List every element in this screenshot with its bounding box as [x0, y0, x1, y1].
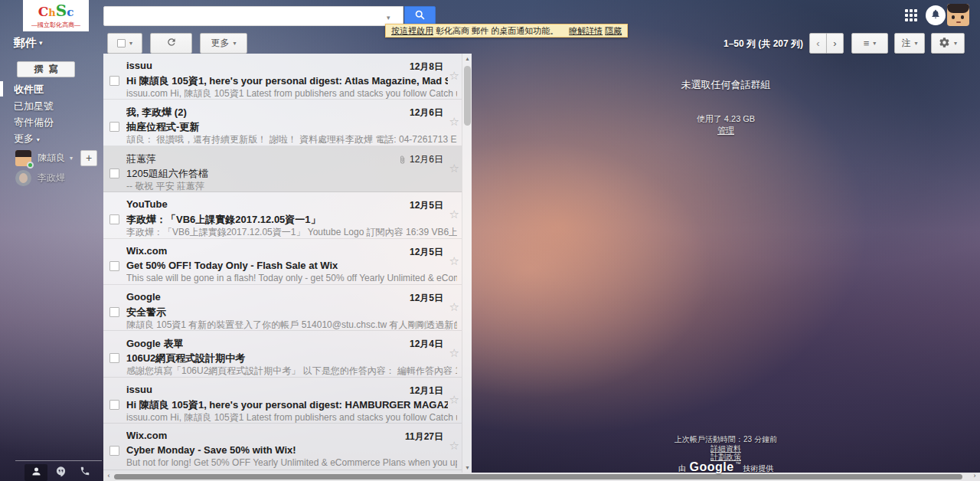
learn-more-link[interactable]: 瞭解詳情	[569, 26, 603, 35]
manage-storage-link[interactable]: 管理	[717, 126, 734, 135]
select-all-button[interactable]: ▾	[107, 33, 142, 54]
school-logo: ChSc —國立彰化高商—	[23, 0, 89, 31]
email-checkbox[interactable]	[109, 353, 119, 363]
email-row[interactable]: issuu 12月1日 ☆ Hi 陳頡良 105資1, here's your …	[103, 378, 462, 424]
sidebar-divider	[15, 460, 102, 461]
pagination-range: 1–50 列 (共 207 列)	[724, 38, 803, 51]
star-icon[interactable]: ☆	[449, 393, 459, 407]
hide-banner-link[interactable]: 隱藏	[605, 26, 622, 35]
star-icon[interactable]: ☆	[449, 208, 459, 221]
email-sender: issuu	[126, 60, 152, 71]
email-checkbox[interactable]	[109, 307, 119, 317]
email-date: 12月4日	[410, 338, 443, 351]
star-icon[interactable]: ☆	[449, 439, 459, 453]
email-row[interactable]: 莊蕙萍 12月6日 ☆ 1205題組六作答檔 -- 敬祝 平安 莊蕙萍	[103, 146, 462, 192]
chat-contact[interactable]: 李政燁	[15, 170, 65, 186]
star-icon[interactable]: ☆	[449, 162, 459, 175]
google-apps-icon[interactable]	[905, 9, 917, 21]
more-actions-button[interactable]: 更多 ▾	[200, 33, 247, 54]
email-checkbox[interactable]	[109, 122, 119, 132]
enable-notifications-link[interactable]: 按這裡啟用	[391, 26, 433, 35]
email-row[interactable]: Google 12月5日 ☆ 安全警示 陳頡良 105資1 有新的裝置登入了你的…	[103, 285, 462, 331]
search-input[interactable]	[103, 6, 403, 26]
chevron-right-icon: ›	[833, 38, 836, 49]
phone-icon	[80, 466, 90, 479]
star-icon[interactable]: ☆	[449, 346, 459, 360]
email-sender: Google	[126, 291, 161, 303]
chat-contact-self[interactable]: 陳頡良 ▾	[15, 150, 73, 166]
avatar	[15, 150, 31, 166]
refresh-button[interactable]	[150, 33, 192, 54]
chevron-down-icon[interactable]: ▾	[70, 155, 73, 162]
email-snippet: 陳頡良 105資1 有新的裝置登入了你的帳戶 514010@stu.chsc.t…	[126, 319, 457, 332]
email-snippet: This sale will be gone in a flash! Today…	[126, 273, 457, 283]
older-page-button[interactable]: ›	[826, 33, 844, 54]
chat-contact-name: 李政燁	[38, 172, 65, 185]
chevron-down-icon: ▾	[129, 40, 132, 47]
email-snippet: -- 敬祝 平安 莊蕙萍	[126, 180, 457, 193]
email-row[interactable]: Google 表單 12月4日 ☆ 106U2網頁程式設計期中考 感謝您填寫「1…	[103, 331, 462, 377]
vertical-scrollbar[interactable]: ▴ ▾	[462, 54, 472, 473]
chevron-down-icon: ▾	[39, 39, 43, 47]
manage-storage: 管理	[472, 125, 980, 136]
mail-menu[interactable]: 郵件▾	[14, 36, 43, 51]
compose-button[interactable]: 撰寫	[17, 61, 75, 77]
hamburger-icon: ≡	[864, 38, 870, 49]
email-snippet: 頡良： 很讚哦，還有持續更新版！ 謝啦！ 資料處理科李政燁 電話: 04-726…	[126, 133, 457, 146]
sidebar-item-inbox[interactable]: 收件匣	[14, 83, 44, 97]
density-button[interactable]: ≡ ▾	[851, 33, 888, 54]
email-row[interactable]: issuu 12月8日 ☆ Hi 陳頡良 105資1, here's your …	[103, 54, 462, 100]
star-icon[interactable]: ☆	[449, 254, 459, 268]
sidebar-item-more[interactable]: 更多 ▾	[14, 132, 40, 146]
contacts-tab-button[interactable]	[24, 464, 47, 481]
gear-icon	[939, 37, 950, 51]
email-checkbox[interactable]	[109, 169, 119, 178]
email-row[interactable]: Wix.com 11月27日 ☆ Cyber Monday - Save 50%…	[103, 424, 462, 470]
search-icon	[414, 9, 426, 24]
email-checkbox[interactable]	[109, 214, 119, 224]
settings-button[interactable]: ▾	[931, 33, 965, 54]
star-icon[interactable]: ☆	[449, 69, 459, 83]
sidebar-item-starred[interactable]: 已加星號	[14, 100, 54, 113]
star-icon[interactable]: ☆	[449, 115, 459, 129]
notifications-bell-button[interactable]	[926, 5, 946, 25]
hangouts-tab-button[interactable]	[49, 464, 72, 481]
school-name: —國立彰化高商—	[31, 21, 80, 29]
email-checkbox[interactable]	[109, 261, 119, 271]
account-avatar[interactable]	[947, 4, 969, 26]
email-sender: 我, 李政燁 (2)	[126, 106, 187, 119]
email-snippet: 李政燁：「VB6上課實錄2017.12.05資一1」 Youtube Logo …	[126, 226, 457, 239]
star-icon[interactable]: ☆	[449, 300, 459, 314]
powered-by-google: 由 Google™ 技術提供	[472, 460, 980, 474]
vertical-scroll-thumb[interactable]	[464, 66, 471, 126]
email-checkbox[interactable]	[109, 446, 119, 456]
bell-icon	[930, 8, 941, 22]
email-subject: 106U2網頁程式設計期中考	[126, 352, 448, 365]
email-list: issuu 12月8日 ☆ Hi 陳頡良 105資1, here's your …	[103, 54, 462, 473]
email-sender: Wix.com	[126, 245, 167, 257]
hangouts-bubble-icon	[55, 466, 67, 480]
google-logo: Google	[689, 460, 733, 473]
chevron-left-icon: ‹	[816, 38, 819, 49]
email-subject: Hi 陳頡良 105資1, here's your personal diges…	[126, 74, 448, 88]
scroll-left-icon[interactable]: ‹	[104, 472, 113, 479]
email-date: 12月6日	[398, 153, 443, 166]
phone-tab-button[interactable]	[74, 464, 96, 481]
add-contact-button[interactable]: +	[80, 150, 97, 166]
chevron-down-icon: ▾	[914, 40, 917, 47]
email-checkbox[interactable]	[109, 76, 119, 86]
email-row[interactable]: Wix.com 12月5日 ☆ Get 50% OFF! Today Only …	[103, 239, 462, 285]
email-snippet: issuu.com Hi, 陳頡良 105資1 Latest from publ…	[126, 87, 457, 100]
email-checkbox[interactable]	[109, 400, 119, 410]
chevron-down-icon: ▾	[233, 40, 236, 47]
email-row[interactable]: YouTube 12月5日 ☆ 李政燁：「VB6上課實錄2017.12.05資一…	[103, 192, 462, 238]
email-row[interactable]: 我, 李政燁 (2) 12月6日 ☆ 抽座位程式-更新 頡良： 很讚哦，還有持續…	[103, 100, 462, 146]
input-method-button[interactable]: 注 ▾	[894, 33, 925, 54]
sidebar-item-sent[interactable]: 寄件備份	[14, 116, 54, 129]
email-snippet: But not for long! Get 50% OFF Yearly Unl…	[126, 457, 457, 468]
email-subject: Get 50% OFF! Today Only - Flash Sale at …	[126, 260, 448, 271]
newer-page-button[interactable]: ‹	[809, 33, 827, 54]
horizontal-scroll-thumb[interactable]	[114, 474, 962, 479]
attachment-icon	[398, 155, 407, 164]
search-options-caret-icon[interactable]: ▾	[387, 14, 390, 21]
